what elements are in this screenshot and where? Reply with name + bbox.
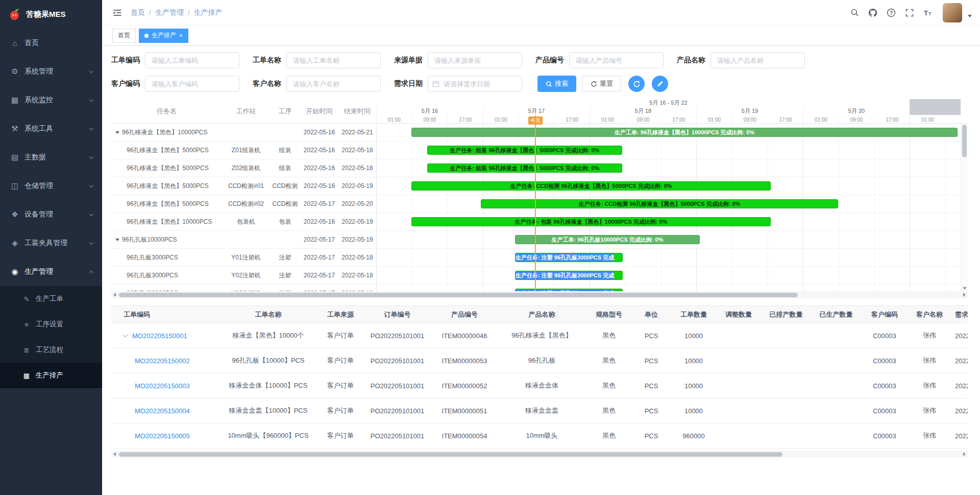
sidebar-item-3[interactable]: ⚒系统工具 [0,114,102,143]
order-customer_name-cell: 张伟 [908,348,951,373]
gantt-row[interactable]: 96孔移液盒【黑色】5000PCSCCD检测#01CCD检测2022-05-16… [111,177,376,195]
table-row: MO20220515000296孔孔板【10000】PCS客户订单PO20220… [111,348,968,373]
breadcrumb-item-1[interactable]: 生产管理 [155,8,184,17]
text-input[interactable] [428,52,522,68]
order-code-link[interactable]: MO202205150004 [135,407,190,415]
breadcrumb-item-2[interactable]: 生产排产 [194,8,223,17]
help-icon[interactable]: ? [884,5,899,20]
gantt-end-cell: 2022-05-18 [338,254,376,261]
sidebar-subitem-1[interactable]: ≡工序设置 [0,312,102,337]
sidebar-subitem-2[interactable]: ≣工艺流程 [0,337,102,363]
gantt-row[interactable]: 96孔移液盒【黑色】5000PCSZ01组装机组装2022-05-162022-… [111,142,376,159]
reset-button[interactable]: 重置 [582,76,621,92]
text-input[interactable] [145,52,239,68]
sidebar-item-8[interactable]: ◉生产管理 [0,257,102,286]
expand-triangle-icon[interactable] [115,131,119,134]
tab-1[interactable]: 生产排产× [139,29,188,43]
scroll-right-icon[interactable] [963,293,966,297]
gantt-row[interactable]: 96孔孔板3000PCSY01注塑机注塑2022-05-172022-05-18 [111,249,376,267]
gantt-task-name: 96孔移液盒【黑色】5000PCS [111,164,222,173]
text-input[interactable] [286,76,381,92]
gantt-bar-task[interactable]: 生产任务: CCD检测 96孔移液盒【黑色】5000PCS 完成比例: 0% [411,181,771,191]
orders-header-row: 工单编码工单名称工单来源订单编号产品编号产品名称规格型号单位工单数量调整数量已排… [111,306,968,323]
gantt-end-cell: 2022-05-21 [338,129,376,136]
gantt-row[interactable]: 96孔移液盒【黑色】10000PCS2022-05-162022-05-21 [111,124,376,142]
gantt-bar-task[interactable]: 生产任务: 包装 96孔移液盒【黑色】10000PCS 完成比例: 0% [411,217,771,226]
filter-panel: 工单编码工单名称来源单据产品编号产品名称客户编码客户名称需求日期搜索重置 [111,52,971,92]
fullscreen-icon[interactable] [902,5,917,20]
gantt-chart-area: 生产工单: 96孔移液盒【黑色】10000PCS 完成比例: 0%生产任务: 组… [376,124,961,291]
gantt-grid-body: 96孔移液盒【黑色】10000PCS2022-05-162022-05-2196… [111,124,376,291]
sidebar-item-1[interactable]: ⚙系统管理 [0,57,102,86]
gantt-start-cell: 2022-05-16 [300,129,338,136]
filter-field-row1-0: 工单编码 [111,52,239,68]
text-input[interactable] [145,76,239,92]
github-icon[interactable] [865,5,880,20]
order-customer_code-cell: C00003 [861,373,908,398]
row-expand-chevron-icon[interactable] [123,332,128,337]
gantt-bar-task[interactable]: 生产任务: 注塑 96孔孔板3000PCS 完成 [515,253,623,262]
order-qty-cell: 10000 [671,348,716,373]
edit-circle-button[interactable] [652,76,668,92]
gantt-vertical-scrollbar[interactable] [961,124,968,291]
gantt-horizontal-scrollbar[interactable] [111,291,968,298]
master-data-icon: ▤ [9,153,20,162]
sidebar-item-2[interactable]: ▦系统监控 [0,86,102,114]
avatar[interactable] [943,3,962,22]
order-code-cell: MO202205150003 [111,373,218,398]
avatar-caret-down-icon[interactable] [968,15,972,17]
gantt-vscroll-thumb[interactable] [962,125,967,157]
search-button[interactable]: 搜索 [537,76,576,92]
gantt-scroll-thumb[interactable] [119,293,798,297]
sidebar-item-7[interactable]: ◈工装夹具管理 [0,229,102,257]
order-code-link[interactable]: MO202205150002 [135,357,190,365]
breadcrumb-separator: / [188,9,190,17]
sidebar-item-0[interactable]: ⌂首页 [0,29,102,57]
gantt-row[interactable]: 96孔孔板3000PCSY03注塑机注塑2022-05-172022-05-18 [111,285,376,291]
sidebar-subitem-0[interactable]: ✎生产工单 [0,286,102,312]
gantt-row[interactable]: 96孔孔板10000PCS2022-05-172022-05-19 [111,231,376,249]
tab-close-icon[interactable]: × [179,33,183,39]
scroll-left-icon[interactable] [113,452,116,456]
scroll-down-icon[interactable] [963,287,967,290]
gantt-bar-task[interactable]: 生产任务: 注塑 96孔孔板3000PCS 完成 [515,271,623,280]
gantt-bar-task[interactable]: 生产任务: 组装 96孔移液盒【黑色】5000PCS 完成比例: 0% [427,163,622,173]
sidebar-subitem-3[interactable]: ▦生产排产 [0,363,102,388]
date-input[interactable] [428,76,522,92]
order-code-link[interactable]: MO202205150005 [135,432,190,440]
expand-triangle-icon[interactable] [115,239,119,241]
logo[interactable]: 苦糖果MES [0,0,102,29]
text-input[interactable] [710,52,805,68]
reset-button-label: 重置 [600,79,613,88]
gantt-row[interactable]: 96孔移液盒【黑色】10000PCS包装机包装2022-05-162022-05… [111,213,376,231]
breadcrumb-item-0[interactable]: 首页 [131,8,145,17]
order-code-link[interactable]: MO202205150001 [132,332,187,340]
gantt-bar-label: 生产工单: 96孔移液盒【黑色】10000PCS 完成比例: 0% [615,129,754,136]
gantt-bar-task[interactable]: 生产任务: CCD检测 96孔移液盒【黑色】5000PCS 完成比例: 0% [481,199,838,208]
text-input[interactable] [569,52,664,68]
orders-horizontal-scrollbar[interactable] [111,451,968,458]
gantt-row[interactable]: 96孔孔板3000PCSY02注塑机注塑2022-05-172022-05-18 [111,267,376,285]
gantt-row[interactable]: 96孔移液盒【黑色】5000PCSZ02组装机组装2022-05-162022-… [111,159,376,177]
font-size-icon[interactable]: TT [920,5,936,20]
order-code-link[interactable]: MO202205150003 [135,382,190,390]
gantt-bar-order[interactable]: 生产工单: 96孔孔板10000PCS 完成比例: 0% [515,235,700,244]
scroll-left-icon[interactable] [113,293,116,297]
filter-row1: 工单编码工单名称来源单据产品编号产品名称 [111,52,971,68]
search-icon[interactable] [847,5,862,20]
scroll-right-icon[interactable] [963,452,966,456]
refresh-circle-button[interactable] [628,76,645,92]
sidebar-item-6[interactable]: ❖设备管理 [0,200,102,229]
sidebar-fold-icon[interactable] [110,6,125,20]
gantt-row[interactable]: 96孔移液盒【黑色】5000PCSCCD检测#02CCD检测2022-05-17… [111,195,376,213]
order-adjust-cell [716,423,761,449]
gantt-bar-task[interactable]: 生产任务: 组装 96孔移液盒【黑色】5000PCS 完成比例: 0% [427,146,622,155]
orders-scroll-thumb[interactable] [119,452,782,457]
gantt-task-grid: 任务名工作站工序开始时间结束时间96孔移液盒【黑色】10000PCS2022-0… [111,99,376,291]
timeline-hour-label: 01:00 [910,115,945,124]
gantt-bar-order[interactable]: 生产工单: 96孔移液盒【黑色】10000PCS 完成比例: 0% [411,128,958,137]
sidebar-item-4[interactable]: ▤主数据 [0,143,102,172]
text-input[interactable] [286,52,381,68]
tab-0[interactable]: 首页 [112,29,136,43]
sidebar-item-5[interactable]: ◫仓储管理 [0,172,102,200]
